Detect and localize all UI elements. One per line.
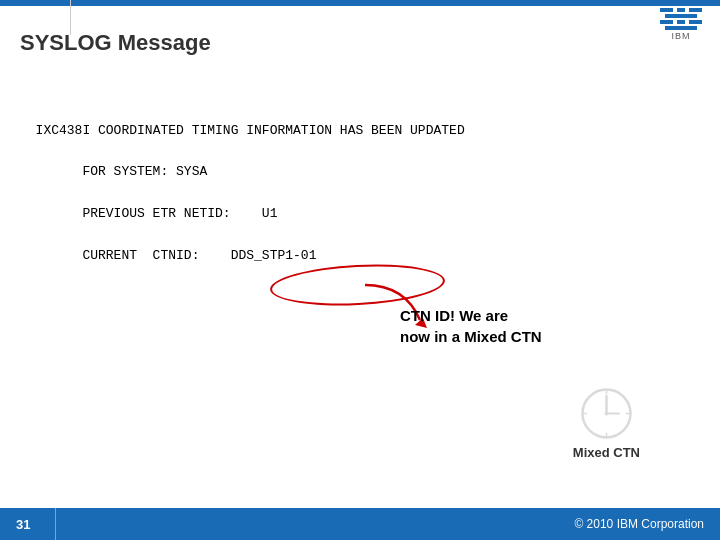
mixed-ctn-label: Mixed CTN: [573, 445, 640, 460]
ibm-logo: IBM: [660, 8, 702, 41]
syslog-line3: PREVIOUS ETR NETID: U1: [20, 206, 277, 221]
svg-rect-3: [665, 26, 697, 30]
bottom-bar: 31 © 2010 IBM Corporation: [0, 508, 720, 540]
svg-rect-0: [660, 8, 702, 12]
clock-area: Mixed CTN: [573, 386, 640, 460]
page-title: SYSLOG Message: [20, 30, 211, 56]
svg-rect-1: [665, 14, 697, 18]
svg-rect-7: [685, 20, 689, 24]
top-bar: [0, 0, 720, 6]
ctn-callout: CTN ID! We are now in a Mixed CTN: [400, 305, 542, 347]
syslog-line2: FOR SYSTEM: SYSA: [20, 164, 207, 179]
ctn-callout-line2: now in a Mixed CTN: [400, 326, 542, 347]
svg-rect-4: [673, 8, 677, 12]
bottom-divider: [55, 508, 56, 540]
copyright: © 2010 IBM Corporation: [574, 517, 704, 531]
svg-rect-5: [685, 8, 689, 12]
clock-icon: [579, 386, 634, 441]
syslog-block: IXC438I COORDINATED TIMING INFORMATION H…: [20, 100, 465, 266]
ctn-callout-line1: CTN ID! We are: [400, 305, 542, 326]
syslog-line1: IXC438I COORDINATED TIMING INFORMATION H…: [36, 123, 465, 138]
svg-rect-6: [673, 20, 677, 24]
syslog-line4: CURRENT CTNID: DDS_STP1-01: [20, 248, 316, 263]
page-number: 31: [16, 517, 30, 532]
ibm-text: IBM: [671, 31, 690, 41]
svg-rect-2: [660, 20, 702, 24]
